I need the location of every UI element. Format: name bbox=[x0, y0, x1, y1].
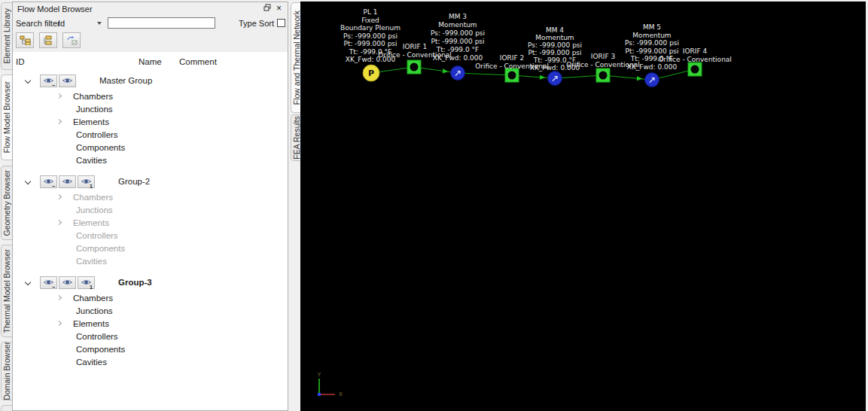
node-label: Pt: -999.000 psi bbox=[625, 47, 678, 55]
axis-y-label: Y bbox=[317, 372, 321, 378]
eye-icon bbox=[62, 279, 73, 286]
tree-item-label: Controllers bbox=[76, 332, 118, 341]
indent-spacer bbox=[57, 134, 64, 135]
tab-geometry-browser[interactable]: Geometry Browser bbox=[1, 166, 12, 240]
tree-item-elements[interactable]: Elements bbox=[13, 115, 288, 128]
column-comment[interactable]: Comment bbox=[179, 57, 217, 66]
tree-item-cavities[interactable]: Cavities bbox=[13, 355, 288, 368]
node-label: IORIF 2 bbox=[500, 54, 524, 62]
visibility-hide-minus-button[interactable]: − bbox=[40, 175, 57, 188]
tree-column-headers: ID Name Comment bbox=[13, 53, 288, 70]
chevron-right-icon[interactable] bbox=[56, 93, 62, 99]
column-name[interactable]: Name bbox=[139, 57, 162, 66]
tree-item-junctions[interactable]: Junctions bbox=[13, 203, 288, 216]
chevron-right-icon[interactable] bbox=[56, 321, 62, 326]
node-label: Boundary Plenum bbox=[340, 24, 400, 32]
group-list-icon[interactable] bbox=[39, 32, 57, 48]
indent-spacer bbox=[57, 235, 64, 236]
left-dock-tabstrip: Element Library Flow Model Browser Geome… bbox=[0, 0, 12, 411]
indent-spacer bbox=[57, 209, 64, 210]
type-sort-label: Type Sort bbox=[239, 19, 274, 28]
node-MM4[interactable] bbox=[548, 72, 562, 86]
tree-item-controllers[interactable]: Controllers bbox=[13, 330, 288, 342]
tree-item-components[interactable]: Components bbox=[13, 242, 288, 254]
tab-planes-cropped[interactable]: anes bbox=[1, 405, 12, 411]
visibility-show-one-button[interactable]: 1 bbox=[78, 175, 95, 188]
model-canvas[interactable]: PPL 1FixedBoundary PlenumPs: -999.000 ps… bbox=[300, 2, 866, 411]
group-row[interactable]: −Master Group bbox=[13, 72, 288, 90]
indent-spacer bbox=[57, 147, 64, 148]
type-sort-checkbox[interactable] bbox=[277, 19, 285, 27]
tree-item-label: Components bbox=[76, 345, 125, 354]
group-row[interactable]: −1Group-3 bbox=[13, 273, 288, 291]
tab-element-library[interactable]: Element Library bbox=[1, 2, 12, 70]
visibility-hide-minus-button[interactable]: − bbox=[40, 75, 57, 87]
node-IORIF1[interactable] bbox=[407, 60, 421, 74]
tree-item-label: Elements bbox=[73, 319, 109, 328]
visibility-show-button[interactable] bbox=[59, 276, 76, 289]
tree-item-controllers[interactable]: Controllers bbox=[13, 128, 288, 141]
tree-item-elements[interactable]: Elements bbox=[13, 216, 288, 229]
search-input[interactable] bbox=[108, 17, 215, 29]
group-name[interactable]: Group-3 bbox=[118, 278, 152, 287]
chevron-down-icon[interactable] bbox=[25, 178, 31, 184]
group-row[interactable]: −1Group-2 bbox=[13, 172, 288, 190]
tree-item-chambers[interactable]: Chambers bbox=[13, 291, 288, 304]
filter-mode-value: Id bbox=[58, 19, 65, 28]
tree-item-elements[interactable]: Elements bbox=[13, 317, 288, 330]
node-PL1[interactable]: P bbox=[363, 65, 379, 81]
chevron-down-icon[interactable] bbox=[25, 279, 31, 285]
group-tree-icon[interactable] bbox=[16, 32, 34, 48]
node-IORIF4[interactable] bbox=[688, 62, 702, 76]
chevron-right-icon[interactable] bbox=[56, 295, 62, 300]
visibility-show-one-button[interactable]: 1 bbox=[78, 276, 95, 289]
tree-item-junctions[interactable]: Junctions bbox=[13, 102, 288, 115]
tree-item-components[interactable]: Components bbox=[13, 141, 288, 154]
tree-item-label: Components bbox=[76, 244, 125, 253]
indent-spacer bbox=[57, 336, 64, 336]
tree-item-label: Chambers bbox=[73, 193, 113, 202]
filter-mode-dropdown[interactable]: Id bbox=[58, 19, 102, 28]
tab-domain-browser[interactable]: Domain Browser bbox=[1, 342, 12, 400]
indent-spacer bbox=[57, 260, 64, 261]
visibility-show-button[interactable] bbox=[59, 175, 76, 188]
float-window-icon[interactable] bbox=[261, 4, 273, 14]
node-label: Ps: -999.000 psi bbox=[625, 39, 679, 47]
chevron-right-icon[interactable] bbox=[56, 220, 62, 225]
panel-titlebar[interactable]: Flow Model Browser × bbox=[13, 2, 288, 16]
close-icon[interactable]: × bbox=[273, 4, 285, 14]
tree-item-label: Cavities bbox=[76, 156, 107, 165]
tab-flow-model-browser[interactable]: Flow Model Browser bbox=[1, 75, 12, 160]
chevron-right-icon[interactable] bbox=[56, 119, 62, 124]
chevron-down-icon[interactable] bbox=[25, 78, 31, 84]
node-label: MM 3 bbox=[449, 13, 467, 20]
tab-thermal-model-browser[interactable]: Thermal Model Browser bbox=[1, 245, 12, 337]
network-svg: PPL 1FixedBoundary PlenumPs: -999.000 ps… bbox=[300, 2, 866, 411]
node-MM3[interactable] bbox=[451, 66, 465, 81]
node-IORIF3[interactable] bbox=[596, 68, 610, 82]
node-label: Ps: -999.000 psi bbox=[343, 32, 397, 40]
tree-item-label: Elements bbox=[73, 218, 109, 227]
group-name[interactable]: Master Group bbox=[99, 76, 152, 85]
node-label: IORIF 4 bbox=[683, 47, 708, 55]
tree-item-label: Junctions bbox=[76, 206, 113, 215]
group-name[interactable]: Group-2 bbox=[118, 177, 150, 186]
chevron-down-icon bbox=[97, 22, 102, 25]
tree-item-controllers[interactable]: Controllers bbox=[13, 229, 288, 242]
node-label: IORIF 3 bbox=[591, 53, 615, 60]
tree-item-junctions[interactable]: Junctions bbox=[13, 304, 288, 317]
tree-item-chambers[interactable]: Chambers bbox=[13, 190, 288, 203]
tree-item-chambers[interactable]: Chambers bbox=[13, 90, 288, 102]
visibility-hide-minus-button[interactable]: − bbox=[40, 276, 57, 289]
tree-item-cavities[interactable]: Cavities bbox=[13, 154, 288, 166]
node-MM5[interactable] bbox=[645, 73, 659, 87]
application-window: Element Library Flow Model Browser Geome… bbox=[0, 0, 868, 411]
node-IORIF2[interactable] bbox=[505, 68, 519, 82]
column-id[interactable]: ID bbox=[16, 57, 25, 66]
tree-item-components[interactable]: Components bbox=[13, 342, 288, 355]
sync-selection-icon[interactable] bbox=[62, 32, 81, 48]
tree-item-cavities[interactable]: Cavities bbox=[13, 254, 288, 267]
chevron-right-icon[interactable] bbox=[56, 194, 62, 199]
visibility-show-button[interactable] bbox=[59, 75, 76, 87]
eye-icon bbox=[62, 77, 73, 84]
